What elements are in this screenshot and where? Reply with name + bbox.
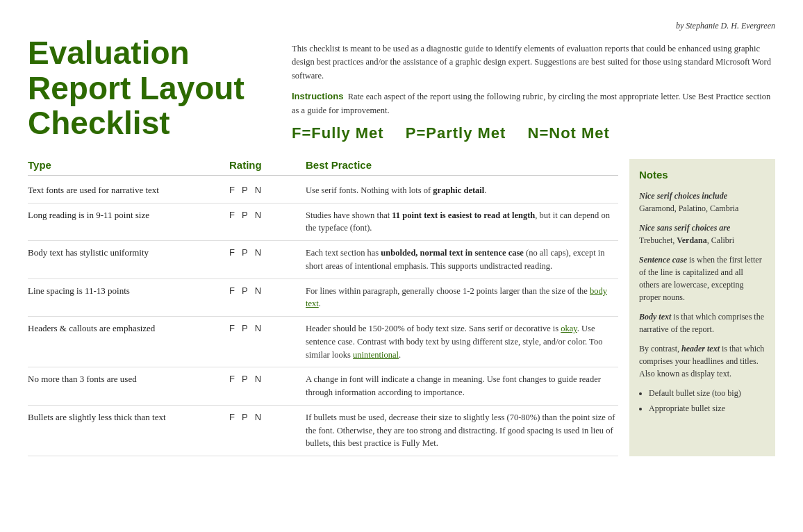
notes-body-label: Body text xyxy=(639,312,671,322)
table-row: No more than 3 fonts are used F P N A ch… xyxy=(28,367,618,406)
row-type-5: Headers & callouts are emphasized xyxy=(28,322,222,335)
table-row: Bullets are slightly less thick than tex… xyxy=(28,406,618,456)
rating-p-6[interactable]: P xyxy=(242,374,248,384)
row-bp-3: Each text section has unbolded, normal t… xyxy=(306,247,618,273)
column-headers: Type Rating Best Practice xyxy=(28,159,618,176)
rating-p-1[interactable]: P xyxy=(242,185,248,195)
row-type-6: No more than 3 fonts are used xyxy=(28,373,222,385)
row-bp-7: If bullets must be used, decrease their … xyxy=(306,411,618,450)
row-bp-4: For lines within paragraph, generally ch… xyxy=(306,285,618,311)
page-title: Evaluation Report Layout Checklist xyxy=(28,35,264,141)
intro-text: This checklist is meant to be used as a … xyxy=(292,42,775,83)
col-best-practice: Best Practice xyxy=(306,159,618,171)
rating-n-5[interactable]: N xyxy=(255,323,261,333)
row-rating-2: F P N xyxy=(222,209,306,220)
rating-n-7[interactable]: N xyxy=(255,412,261,422)
rating-f-7[interactable]: F xyxy=(229,412,235,422)
instructions-para: Instructions Rate each aspect of the rep… xyxy=(292,90,775,117)
rating-n-4[interactable]: N xyxy=(255,285,261,296)
row-bp-1: Use serif fonts. Nothing with lots of gr… xyxy=(306,184,618,197)
rating-n-2[interactable]: N xyxy=(255,210,261,220)
rating-n-6[interactable]: N xyxy=(255,374,261,384)
notes-header-text: By contrast, header text is that which c… xyxy=(639,342,765,380)
rating-p-5[interactable]: P xyxy=(242,323,248,333)
list-item: Default bullet size (too big) xyxy=(649,387,765,399)
row-rating-1: F P N xyxy=(222,184,306,195)
rubric-p: P=Partly Met xyxy=(406,124,506,142)
table-row: Line spacing is 11-13 points F P N For l… xyxy=(28,279,618,317)
notes-panel: Notes Nice serif choices include Garamon… xyxy=(629,159,775,456)
rating-p-3[interactable]: P xyxy=(242,247,248,258)
checklist-table: Type Rating Best Practice Text fonts are… xyxy=(28,159,618,456)
row-rating-7: F P N xyxy=(222,411,306,422)
rubric-f: F=Fully Met xyxy=(292,124,384,142)
notes-header-label: header text xyxy=(681,344,720,354)
table-row: Body text has stylistic uniformity F P N… xyxy=(28,241,618,279)
row-type-4: Line spacing is 11-13 points xyxy=(28,285,222,297)
rating-n-1[interactable]: N xyxy=(255,185,261,195)
rating-f-2[interactable]: F xyxy=(229,210,235,220)
rating-f-1[interactable]: F xyxy=(229,185,235,195)
row-type-3: Body text has stylistic uniformity xyxy=(28,247,222,259)
rating-p-4[interactable]: P xyxy=(242,285,248,296)
notes-serif-label: Nice serif choices include xyxy=(639,191,727,201)
notes-sentence-case: Sentence case is when the first letter o… xyxy=(639,253,765,304)
table-row: Text fonts are used for narrative text F… xyxy=(28,178,618,203)
row-rating-4: F P N xyxy=(222,285,306,296)
rating-n-3[interactable]: N xyxy=(255,247,261,258)
byline: by Stephanie D. H. Evergreen xyxy=(28,21,775,31)
rating-f-3[interactable]: F xyxy=(229,247,235,258)
row-bp-6: A change in font will indicate a change … xyxy=(306,373,618,399)
rubric-line: F=Fully Met P=Partly Met N=Not Met xyxy=(292,124,775,142)
rating-f-4[interactable]: F xyxy=(229,285,235,296)
rating-p-7[interactable]: P xyxy=(242,412,248,422)
main-content: Type Rating Best Practice Text fonts are… xyxy=(28,159,775,456)
rating-f-6[interactable]: F xyxy=(229,374,235,384)
notes-body-text: Body text is that which comprises the na… xyxy=(639,310,765,335)
col-rating: Rating xyxy=(222,159,306,171)
row-rating-6: F P N xyxy=(222,373,306,384)
row-bp-2: Studies have shown that 11 point text is… xyxy=(306,209,618,235)
row-rating-3: F P N xyxy=(222,247,306,258)
row-type-1: Text fonts are used for narrative text xyxy=(28,184,222,197)
rating-p-2[interactable]: P xyxy=(242,210,248,220)
row-bp-5: Header should be 150-200% of body text s… xyxy=(306,322,618,361)
row-type-2: Long reading is in 9-11 point size xyxy=(28,209,222,222)
instructions-label: Instructions xyxy=(292,91,343,101)
notes-serif: Nice serif choices include Garamond, Pal… xyxy=(639,190,765,215)
notes-sans-label: Nice sans serif choices are xyxy=(639,223,730,233)
table-row: Headers & callouts are emphasized F P N … xyxy=(28,317,618,367)
list-item: Appropriate bullet size xyxy=(649,402,765,415)
row-rating-5: F P N xyxy=(222,322,306,333)
col-type: Type xyxy=(28,159,222,171)
rating-f-5[interactable]: F xyxy=(229,323,235,333)
notes-bullets-list: Default bullet size (too big) Appropriat… xyxy=(649,387,765,415)
instructions-text: Rate each aspect of the report using the… xyxy=(292,92,770,115)
table-row: Long reading is in 9-11 point size F P N… xyxy=(28,203,618,242)
rubric-n: N=Not Met xyxy=(528,124,610,142)
notes-sans-serif: Nice sans serif choices are Trebuchet, V… xyxy=(639,222,765,247)
notes-title: Notes xyxy=(639,167,765,183)
notes-sentence-label: Sentence case xyxy=(639,255,687,265)
row-type-7: Bullets are slightly less thick than tex… xyxy=(28,411,222,424)
